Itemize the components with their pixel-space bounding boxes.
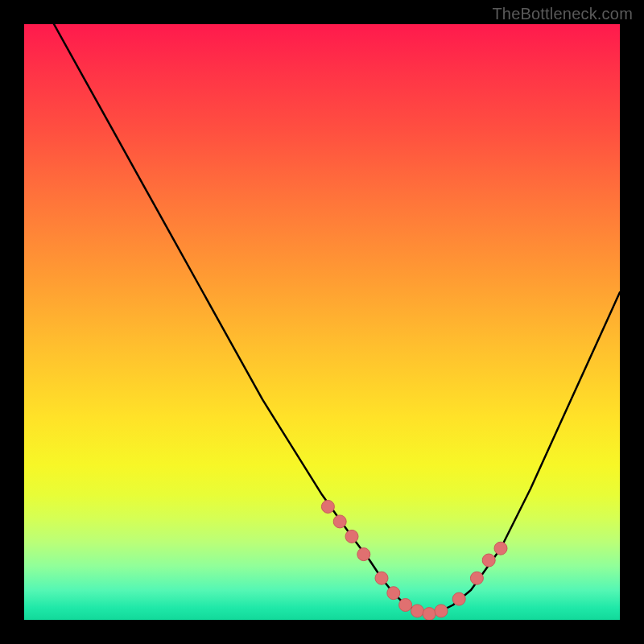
watermark-text: TheBottleneck.com — [492, 5, 633, 23]
data-dot — [321, 500, 334, 513]
data-dot — [435, 605, 448, 617]
data-dot — [387, 587, 400, 600]
chart-frame: TheBottleneck.com — [0, 0, 644, 644]
data-dot — [470, 572, 483, 584]
chart-svg — [24, 24, 620, 620]
data-dot — [494, 542, 507, 555]
data-dot — [452, 592, 465, 605]
plot-area — [24, 24, 620, 620]
data-dot — [423, 608, 436, 620]
data-dot — [399, 599, 412, 612]
data-dot — [345, 530, 358, 543]
data-dot — [482, 554, 495, 567]
data-dot — [375, 572, 388, 584]
data-dot — [411, 605, 423, 617]
data-dots — [321, 500, 507, 620]
data-dot — [333, 515, 346, 528]
data-dot — [357, 548, 370, 561]
